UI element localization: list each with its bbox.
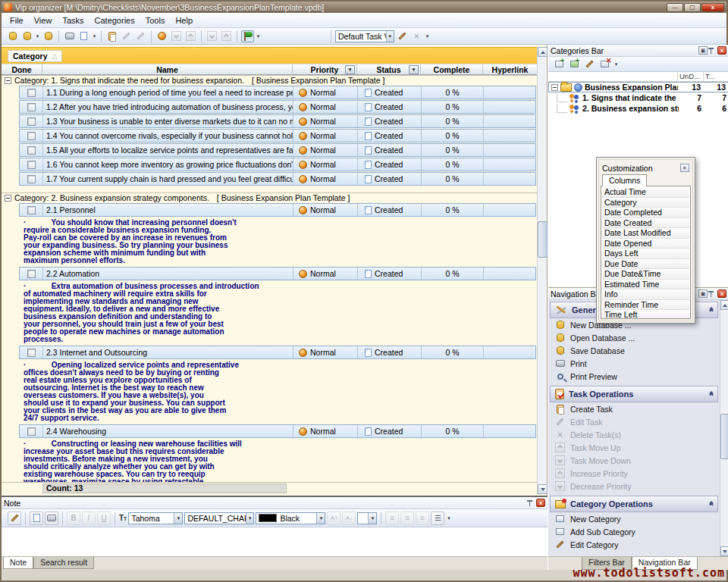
column-header-done[interactable]: Done (2, 64, 42, 74)
complete-task-icon[interactable] (155, 30, 168, 42)
column-option-actual-time[interactable]: Actual Time (602, 187, 689, 198)
column-option-date-completed[interactable]: Date Completed (602, 208, 689, 218)
tree-row[interactable]: Business Expansion Plan Templa1313 (548, 82, 728, 92)
minimize-button[interactable]: — (667, 3, 683, 12)
task-view-combo[interactable]: Default Task V ▾ (335, 30, 394, 42)
save-note-icon[interactable] (8, 512, 21, 525)
done-checkbox[interactable] (27, 175, 36, 183)
task-row[interactable]: 1.6 You cannot keep more inventory as gr… (19, 158, 536, 171)
size-combo[interactable]: ▾ (357, 512, 377, 524)
menu-help[interactable]: Help (170, 14, 198, 27)
collapse-group-icon[interactable] (5, 195, 11, 202)
menu-tools[interactable]: Tools (140, 14, 171, 27)
print-icon[interactable] (63, 30, 76, 42)
undone-column-header[interactable]: UnD... (677, 72, 703, 81)
task-row[interactable]: 1.4 You cannot overcome rivals, especial… (19, 129, 536, 142)
filter-flag-icon[interactable] (241, 30, 254, 42)
size-combo-dropdown-icon[interactable]: ▾ (368, 513, 376, 524)
column-option-date-created[interactable]: Date Created (602, 218, 689, 229)
create-task-icon[interactable] (105, 30, 118, 42)
collapse-chevron-icon[interactable] (710, 393, 713, 396)
column-option-reminder-time[interactable]: Reminder Time (602, 300, 689, 311)
column-option-date-last-modified[interactable]: Date Last Modified (602, 228, 689, 239)
grid-vertical-scrollbar[interactable] (537, 47, 547, 494)
column-header-priority[interactable]: Priority▾ (293, 64, 357, 74)
navbar-scroll-thumb[interactable] (720, 414, 728, 459)
column-option-days-left[interactable]: Days Left (602, 249, 689, 259)
customization-columns-tab[interactable]: Columns (602, 174, 647, 186)
task-row[interactable]: 2.4 WarehousingNormalCreated0 % (19, 424, 536, 438)
customization-close-icon[interactable]: ✕ (680, 164, 689, 172)
scroll-up-icon[interactable] (538, 47, 548, 57)
task-row[interactable]: 2.3 Internet and OutsourcingNormalCreate… (19, 346, 536, 359)
add-subcategory-icon[interactable]: + (568, 59, 580, 70)
task-row[interactable]: 1.7 Your current supply chain is hard pr… (19, 172, 536, 186)
done-checkbox[interactable] (27, 206, 36, 214)
new-database-icon[interactable] (6, 30, 19, 42)
charset-combo[interactable]: DEFAULT_CHAR ▾ (184, 512, 254, 524)
tab-note[interactable]: Note (3, 557, 33, 569)
pin-icon[interactable] (526, 499, 533, 507)
note-close-icon[interactable]: x (536, 499, 545, 507)
nav-item-edit-category[interactable]: Edit Category (550, 538, 718, 551)
done-checkbox[interactable] (27, 270, 36, 278)
task-row[interactable]: 1.3 Your business is unable to enter div… (19, 114, 536, 128)
note-print-preview-icon[interactable] (30, 512, 43, 525)
collapse-chevron-icon[interactable] (710, 308, 713, 311)
task-view-dropdown-icon[interactable]: ▾ (386, 31, 394, 42)
priority-filter-dropdown-icon[interactable]: ▾ (345, 65, 355, 74)
done-checkbox[interactable] (27, 117, 36, 126)
nav-item-save-database[interactable]: Save Database (550, 344, 718, 357)
maximize-button[interactable]: ▢ (684, 3, 701, 12)
open-database-dropdown-icon[interactable]: ▾ (35, 33, 40, 39)
tree-row[interactable]: 2. Business expansion strategy c66 (548, 103, 728, 114)
column-header-status[interactable]: Status▾ (357, 64, 421, 74)
column-option-due-date[interactable]: Due Date (602, 259, 689, 270)
print-dropdown-icon[interactable]: ▾ (92, 33, 97, 39)
column-option-date-opened[interactable]: Date Opened (602, 239, 689, 249)
task-row[interactable]: 1.5 All your efforts to localize service… (19, 143, 536, 157)
color-combo[interactable]: Black ▾ (256, 512, 325, 524)
nav-item-new-category[interactable]: New Category (550, 512, 718, 525)
column-option-time-left[interactable]: Time Left (602, 310, 689, 319)
categories-close-icon[interactable]: x (717, 46, 726, 55)
menu-tasks[interactable]: Tasks (57, 14, 89, 27)
nav-item-add-sub-category[interactable]: Add Sub Category (550, 525, 718, 538)
scroll-thumb[interactable] (538, 221, 548, 258)
font-combo[interactable]: Tahoma ▾ (128, 512, 183, 524)
close-button[interactable]: x (701, 3, 724, 12)
column-header-name[interactable]: Name (42, 64, 293, 74)
done-checkbox[interactable] (27, 161, 36, 169)
menu-view[interactable]: View (29, 14, 58, 27)
navbar-scroll-down-icon[interactable] (720, 546, 728, 556)
edit-view-icon[interactable] (396, 30, 409, 42)
scroll-down-icon[interactable] (538, 484, 548, 494)
column-option-info[interactable]: Info (602, 289, 689, 300)
task-row[interactable]: 1.1 During a long enough period of time … (19, 86, 536, 99)
view-overflow-icon[interactable]: ▾ (425, 33, 430, 39)
nav-item-open-database-[interactable]: Open Database ... (550, 331, 718, 344)
categories-pin-icon[interactable] (708, 47, 714, 55)
tree-collapse-icon[interactable] (551, 84, 558, 91)
color-combo-dropdown-icon[interactable]: ▾ (316, 513, 325, 524)
group-by-chip[interactable]: Category △ (8, 50, 62, 62)
save-database-icon[interactable] (42, 30, 55, 42)
task-row[interactable]: 2.1 PersonnelNormalCreated0 % (19, 203, 536, 217)
charset-combo-dropdown-icon[interactable]: ▾ (246, 513, 253, 524)
menu-file[interactable]: File (5, 14, 29, 27)
section-header-category-operations[interactable]: Category Operations (550, 496, 718, 512)
font-combo-dropdown-icon[interactable]: ▾ (174, 513, 182, 524)
navbar-close-icon[interactable]: x (717, 289, 726, 298)
nav-item-print-preview[interactable]: Print Preview (550, 370, 718, 383)
menu-categories[interactable]: Categories (89, 14, 140, 27)
open-database-icon[interactable] (20, 30, 33, 42)
task-row[interactable]: 2.2 AutomationNormalCreated0 % (19, 267, 536, 280)
done-checkbox[interactable] (27, 89, 36, 97)
done-checkbox[interactable] (27, 132, 36, 140)
column-header-hyperlink[interactable]: Hyperlink (483, 64, 537, 74)
navbar-scrollbar[interactable] (720, 300, 728, 556)
new-category-icon[interactable]: + (553, 59, 565, 70)
note-content[interactable] (2, 527, 548, 556)
done-checkbox[interactable] (27, 103, 36, 111)
column-option-due-date-time[interactable]: Due Date&Time (602, 269, 689, 280)
